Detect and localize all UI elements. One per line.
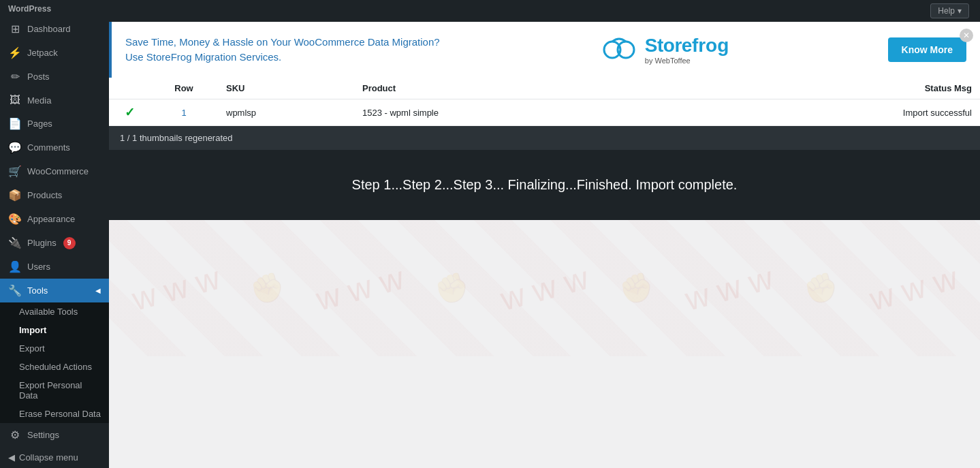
submenu-label-export-personal-data: Export Personal Data [19,380,82,401]
sidebar-item-media[interactable]: 🖼 Media [0,89,109,112]
submenu-label-erase-personal-data: Erase Personal Data [19,409,101,419]
appearance-icon: 🎨 [8,213,22,225]
row-number: 1 [150,99,218,126]
watermark-pattern: w w w ✊ w w w ✊ w w w ✊ w w w ✊ w w w [109,220,980,356]
table-row: ✓ 1 wpmlsp 1523 - wpml simple Import suc… [109,99,980,126]
sidebar-label-users: Users [27,262,50,272]
submenu-label-export: Export [19,343,45,354]
row-product: 1523 - wpml simple [354,99,680,126]
col-product: Product [354,78,680,99]
sidebar-label-plugins: Plugins [27,238,57,248]
tools-icon: 🔧 [8,284,22,297]
row-status: Import successful [680,99,980,126]
storefrog-brand-name: Storefrog [645,35,729,57]
collapse-icon: ◀ [8,452,15,463]
import-table: Row SKU Product Status Msg ✓ 1 wpmlsp 15… [109,78,980,126]
submenu-label-available-tools: Available Tools [19,307,78,317]
close-icon: ✕ [963,31,970,40]
sidebar-label-woocommerce: WooCommerce [27,166,89,176]
help-button[interactable]: Help ▾ [930,3,969,18]
main-content: Help ▾ Save Time, Money & Hassle on Your… [109,0,980,468]
content-area: Save Time, Money & Hassle on Your WooCom… [109,22,980,468]
sidebar-label-pages: Pages [27,119,52,129]
progress-text: 1 / 1 thumbnails regenerated [120,133,233,143]
jetpack-icon: ⚡ [8,46,22,59]
storefrog-logo: Storefrog by WebToffee [599,33,729,67]
import-complete-section: Step 1...Step 2...Step 3... Finalizing..… [109,150,980,220]
products-icon: 📦 [8,189,22,202]
banner-line1: Save Time, Money & Hassle on Your WooCom… [125,36,440,48]
sidebar-label-comments: Comments [27,142,70,153]
sidebar-label-tools: Tools [27,285,48,296]
help-chevron-icon: ▾ [958,6,962,16]
row-check: ✓ [109,99,150,126]
topbar: Help ▾ [109,0,980,22]
know-more-button[interactable]: Know More [888,37,966,62]
row-sku: wpmlsp [218,99,354,126]
sidebar-item-jetpack[interactable]: ⚡ Jetpack [0,41,109,65]
submenu-available-tools[interactable]: Available Tools [0,302,109,321]
comments-icon: 💬 [8,141,22,154]
col-sku: SKU [218,78,354,99]
sidebar-item-appearance[interactable]: 🎨 Appearance [0,207,109,231]
banner-close-button[interactable]: ✕ [960,29,973,42]
sidebar: WordPress ⊞ Dashboard ⚡ Jetpack ✏ Posts … [0,0,109,468]
sidebar-label-posts: Posts [27,72,50,82]
sidebar-item-settings[interactable]: ⚙ Settings [0,423,109,447]
watermark-area: w w w ✊ w w w ✊ w w w ✊ w w w ✊ w w w [109,220,980,356]
sidebar-label-media: Media [27,95,51,106]
col-status-msg: Status Msg [680,78,980,99]
sidebar-item-comments[interactable]: 💬 Comments [0,136,109,159]
sidebar-label-dashboard: Dashboard [27,24,71,34]
sidebar-label-products: Products [27,190,62,200]
pages-icon: 📄 [8,117,22,130]
sidebar-item-plugins[interactable]: 🔌 Plugins 9 [0,231,109,255]
sidebar-item-pages[interactable]: 📄 Pages [0,112,109,136]
sidebar-item-users[interactable]: 👤 Users [0,255,109,279]
sidebar-item-tools[interactable]: 🔧 Tools ◀ [0,279,109,302]
sidebar-item-posts[interactable]: ✏ Posts [0,65,109,89]
settings-icon: ⚙ [8,428,22,441]
tools-arrow: ◀ [95,287,101,294]
sidebar-item-woocommerce[interactable]: 🛒 WooCommerce [0,159,109,183]
sidebar-item-products[interactable]: 📦 Products [0,183,109,207]
progress-section: 1 / 1 thumbnails regenerated [109,126,980,150]
import-table-container: Row SKU Product Status Msg ✓ 1 wpmlsp 15… [109,78,980,126]
submenu-erase-personal-data[interactable]: Erase Personal Data [0,405,109,423]
sidebar-label-jetpack: Jetpack [27,48,58,58]
dashboard-icon: ⊞ [8,22,22,35]
submenu-export[interactable]: Export [0,339,109,358]
help-label: Help [938,6,955,16]
storefrog-icon [599,33,639,67]
users-icon: 👤 [8,260,22,273]
posts-icon: ✏ [8,70,22,83]
submenu-import[interactable]: Import [0,321,109,339]
plugins-icon: 🔌 [8,236,22,249]
collapse-label: Collapse menu [19,452,78,463]
collapse-menu[interactable]: ◀ Collapse menu [0,447,109,468]
banner-text: Save Time, Money & Hassle on Your WooCom… [125,35,440,65]
storefrog-sub: by WebToffee [645,57,729,65]
sidebar-label-settings: Settings [27,430,59,440]
promo-banner: Save Time, Money & Hassle on Your WooCom… [109,22,980,78]
submenu-label-import: Import [19,325,46,335]
banner-line2: Use StoreFrog Migration Services. [125,51,281,63]
submenu-scheduled-actions[interactable]: Scheduled Actions [0,358,109,376]
import-complete-text: Step 1...Step 2...Step 3... Finalizing..… [352,177,738,192]
media-icon: 🖼 [8,94,22,106]
submenu-export-personal-data[interactable]: Export Personal Data [0,376,109,405]
col-row: Row [150,78,218,99]
submenu-label-scheduled-actions: Scheduled Actions [19,362,92,372]
tools-submenu: Available Tools Import Export Scheduled … [0,302,109,423]
sidebar-label-appearance: Appearance [27,214,75,224]
col-status-check [109,78,150,99]
sidebar-item-dashboard[interactable]: ⊞ Dashboard [0,17,109,41]
plugins-badge: 9 [63,237,76,249]
woocommerce-icon: 🛒 [8,165,22,178]
